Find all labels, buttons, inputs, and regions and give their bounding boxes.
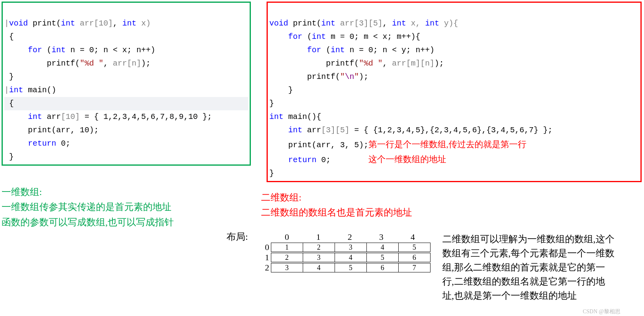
note-line: 函数的参数可以写成数组,也可以写成指针 bbox=[2, 215, 245, 230]
code-line: } bbox=[269, 169, 274, 178]
code-line: printf("\n"); bbox=[269, 72, 368, 81]
cell: 4 bbox=[335, 253, 366, 262]
cell: 5 bbox=[335, 263, 366, 272]
cell: 7 bbox=[398, 263, 430, 272]
explanation-text: 二维数组可以理解为一维数组的数组,这个数组有三个元素,每个元素都是一个一维数组,… bbox=[442, 232, 615, 303]
note-line: 一维数组传参其实传递的是首元素的地址 bbox=[2, 199, 245, 214]
code-line: } bbox=[4, 72, 14, 81]
cell: 3 bbox=[335, 243, 366, 252]
code-line: printf("%d ", arr[n]); bbox=[4, 59, 151, 68]
code-line: int arr[3][5] = { {1,2,3,4,5},{2,3,4,5,6… bbox=[269, 126, 552, 135]
cell: 3 bbox=[303, 253, 335, 262]
cell: 1 bbox=[271, 243, 303, 252]
code-line: for (int m = 0; m < x; m++){ bbox=[269, 32, 420, 41]
layout-row: 布局: 0 1 2 3 4 0 1 2 3 4 5 1 2 3 4 5 bbox=[226, 232, 642, 303]
row-header: 0 bbox=[260, 242, 271, 252]
code-box-1d: |void print(int arr[10], int x) { for (i… bbox=[2, 2, 251, 166]
row-header: 1 bbox=[260, 252, 271, 263]
cell: 4 bbox=[303, 263, 335, 272]
notes-row: 一维数组: 一维数组传参其实传递的是首元素的地址 函数的参数可以写成数组,也可以… bbox=[2, 182, 642, 230]
code-line: printf("%d ", arr[m][n]); bbox=[269, 59, 444, 68]
code-line: print(arr, 10); bbox=[4, 126, 99, 135]
cell: 6 bbox=[366, 263, 398, 272]
code-line: int main(){ bbox=[269, 112, 321, 121]
code-line-highlighted: { bbox=[4, 97, 248, 110]
col-headers: 0 1 2 3 4 bbox=[271, 232, 429, 242]
code-line: void print(int arr[3][5], int x, int y){ bbox=[269, 19, 458, 28]
notes-2d: 二维数组: 二维数组的数组名也是首元素的地址 bbox=[261, 190, 412, 220]
note-line: 二维数组的数组名也是首元素的地址 bbox=[261, 205, 412, 220]
col-header: 2 bbox=[334, 232, 366, 242]
cell: 5 bbox=[398, 243, 430, 252]
code-line: return 0; bbox=[4, 139, 70, 148]
cell: 2 bbox=[303, 243, 335, 252]
code-line: for (int n = 0; n < y; n++) bbox=[269, 46, 434, 55]
cell: 2 bbox=[271, 253, 303, 262]
cell: 3 bbox=[271, 263, 303, 272]
code-line: for (int n = 0; n < x; n++) bbox=[4, 46, 155, 55]
col-header: 4 bbox=[397, 232, 429, 242]
code-line: int arr[10] = { 1,2,3,4,5,6,7,8,9,10 }; bbox=[4, 112, 212, 121]
notes-1d: 一维数组: 一维数组传参其实传递的是首元素的地址 函数的参数可以写成数组,也可以… bbox=[2, 184, 245, 230]
cell: 6 bbox=[398, 253, 430, 262]
note-line: 一维数组: bbox=[2, 184, 245, 199]
col-header: 3 bbox=[366, 232, 397, 242]
row-header: 2 bbox=[260, 263, 271, 273]
code-line: print(arr, 3, 5);第一行是个一维数组,传过去的就是第一行 bbox=[269, 141, 526, 150]
code-line: { bbox=[4, 32, 14, 41]
code-line: } bbox=[269, 86, 293, 95]
top-row: |void print(int arr[10], int x) { for (i… bbox=[2, 2, 642, 182]
code-box-2d: void print(int arr[3][5], int x, int y){… bbox=[267, 2, 642, 182]
layout-label: 布局: bbox=[226, 230, 248, 243]
code-line: |int main() bbox=[4, 86, 56, 95]
code-line: |void print(int arr[10], int x) bbox=[4, 19, 151, 28]
cell: 5 bbox=[366, 253, 398, 262]
code-line: } bbox=[4, 152, 14, 161]
col-header: 0 bbox=[271, 232, 303, 242]
code-line: return 0; 这个一维数组的地址 bbox=[269, 155, 446, 164]
code-line: } bbox=[269, 99, 274, 108]
inline-annotation: 这个一维数组的地址 bbox=[368, 154, 446, 164]
cell: 4 bbox=[366, 243, 398, 252]
col-header: 1 bbox=[303, 232, 334, 242]
note-line: 二维数组: bbox=[261, 190, 412, 205]
layout-table: 0 1 2 3 4 0 1 2 3 4 5 1 2 3 4 5 6 bbox=[260, 232, 431, 273]
inline-annotation: 第一行是个一维数组,传过去的就是第一行 bbox=[368, 139, 526, 149]
